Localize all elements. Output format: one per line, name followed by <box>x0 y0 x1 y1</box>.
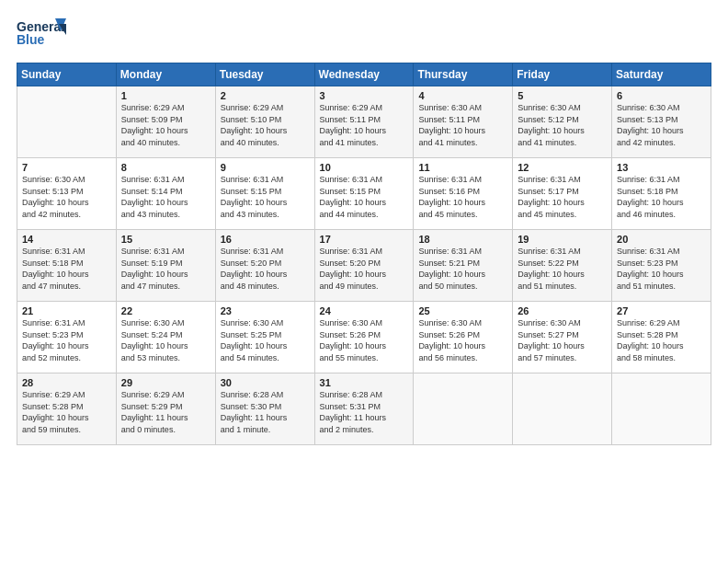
day-number: 13 <box>617 162 706 173</box>
calendar-cell: 14Sunrise: 6:31 AM Sunset: 5:18 PM Dayli… <box>17 230 117 302</box>
day-info: Sunrise: 6:29 AM Sunset: 5:09 PM Dayligh… <box>121 102 210 148</box>
day-number: 9 <box>221 162 310 173</box>
calendar-cell: 23Sunrise: 6:30 AM Sunset: 5:25 PM Dayli… <box>215 302 314 373</box>
calendar-cell: 3Sunrise: 6:29 AM Sunset: 5:11 PM Daylig… <box>314 86 414 158</box>
calendar-cell: 15Sunrise: 6:31 AM Sunset: 5:19 PM Dayli… <box>116 230 215 302</box>
calendar-cell: 26Sunrise: 6:30 AM Sunset: 5:27 PM Dayli… <box>513 302 612 373</box>
day-number: 16 <box>221 234 310 245</box>
day-info: Sunrise: 6:31 AM Sunset: 5:16 PM Dayligh… <box>418 174 507 220</box>
col-header-thursday: Thursday <box>414 63 513 86</box>
day-number: 24 <box>320 305 409 316</box>
day-info: Sunrise: 6:31 AM Sunset: 5:23 PM Dayligh… <box>22 317 111 363</box>
col-header-saturday: Saturday <box>612 63 711 86</box>
day-number: 25 <box>418 305 507 316</box>
logo: GeneralBlue <box>17 17 67 52</box>
day-number: 4 <box>418 90 507 101</box>
calendar-cell: 19Sunrise: 6:31 AM Sunset: 5:22 PM Dayli… <box>513 230 612 302</box>
day-info: Sunrise: 6:29 AM Sunset: 5:28 PM Dayligh… <box>22 389 111 435</box>
day-number: 14 <box>22 234 111 245</box>
day-info: Sunrise: 6:31 AM Sunset: 5:14 PM Dayligh… <box>121 174 210 220</box>
week-row-3: 14Sunrise: 6:31 AM Sunset: 5:18 PM Dayli… <box>17 230 711 302</box>
day-info: Sunrise: 6:31 AM Sunset: 5:17 PM Dayligh… <box>518 174 607 220</box>
page-container: GeneralBlue SundayMondayTuesdayWednesday… <box>0 0 728 456</box>
day-info: Sunrise: 6:30 AM Sunset: 5:26 PM Dayligh… <box>418 317 507 363</box>
day-number: 20 <box>617 234 706 245</box>
day-number: 28 <box>22 377 111 388</box>
day-info: Sunrise: 6:31 AM Sunset: 5:15 PM Dayligh… <box>320 174 409 220</box>
day-info: Sunrise: 6:31 AM Sunset: 5:20 PM Dayligh… <box>221 246 310 292</box>
calendar-cell: 13Sunrise: 6:31 AM Sunset: 5:18 PM Dayli… <box>612 158 711 230</box>
day-number: 17 <box>320 234 409 245</box>
calendar-cell: 6Sunrise: 6:30 AM Sunset: 5:13 PM Daylig… <box>612 86 711 158</box>
week-row-2: 7Sunrise: 6:30 AM Sunset: 5:13 PM Daylig… <box>17 158 711 230</box>
day-info: Sunrise: 6:30 AM Sunset: 5:12 PM Dayligh… <box>518 102 607 148</box>
day-info: Sunrise: 6:31 AM Sunset: 5:23 PM Dayligh… <box>617 246 706 292</box>
calendar-cell: 4Sunrise: 6:30 AM Sunset: 5:11 PM Daylig… <box>414 86 513 158</box>
day-info: Sunrise: 6:30 AM Sunset: 5:13 PM Dayligh… <box>22 174 111 220</box>
col-header-friday: Friday <box>513 63 612 86</box>
day-number: 18 <box>418 234 507 245</box>
day-info: Sunrise: 6:30 AM Sunset: 5:11 PM Dayligh… <box>418 102 507 148</box>
calendar-cell: 5Sunrise: 6:30 AM Sunset: 5:12 PM Daylig… <box>513 86 612 158</box>
header-row: SundayMondayTuesdayWednesdayThursdayFrid… <box>17 63 711 86</box>
calendar-cell: 28Sunrise: 6:29 AM Sunset: 5:28 PM Dayli… <box>17 373 117 445</box>
calendar-cell <box>414 373 513 445</box>
day-info: Sunrise: 6:28 AM Sunset: 5:30 PM Dayligh… <box>221 389 310 435</box>
day-number: 15 <box>121 234 210 245</box>
day-number: 30 <box>221 377 310 388</box>
day-info: Sunrise: 6:30 AM Sunset: 5:24 PM Dayligh… <box>121 317 210 363</box>
day-info: Sunrise: 6:31 AM Sunset: 5:18 PM Dayligh… <box>617 174 706 220</box>
calendar-cell: 30Sunrise: 6:28 AM Sunset: 5:30 PM Dayli… <box>215 373 314 445</box>
day-number: 6 <box>617 90 706 101</box>
day-number: 31 <box>320 377 409 388</box>
calendar-cell: 27Sunrise: 6:29 AM Sunset: 5:28 PM Dayli… <box>612 302 711 373</box>
day-number: 5 <box>518 90 607 101</box>
calendar-cell: 25Sunrise: 6:30 AM Sunset: 5:26 PM Dayli… <box>414 302 513 373</box>
day-info: Sunrise: 6:31 AM Sunset: 5:19 PM Dayligh… <box>121 246 210 292</box>
col-header-sunday: Sunday <box>17 63 117 86</box>
day-number: 12 <box>518 162 607 173</box>
calendar-cell <box>612 373 711 445</box>
day-info: Sunrise: 6:31 AM Sunset: 5:20 PM Dayligh… <box>320 246 409 292</box>
day-number: 27 <box>617 305 706 316</box>
week-row-5: 28Sunrise: 6:29 AM Sunset: 5:28 PM Dayli… <box>17 373 711 445</box>
day-info: Sunrise: 6:30 AM Sunset: 5:25 PM Dayligh… <box>221 317 310 363</box>
day-number: 2 <box>221 90 310 101</box>
day-number: 22 <box>121 305 210 316</box>
day-info: Sunrise: 6:30 AM Sunset: 5:26 PM Dayligh… <box>320 317 409 363</box>
day-number: 1 <box>121 90 210 101</box>
day-info: Sunrise: 6:31 AM Sunset: 5:15 PM Dayligh… <box>221 174 310 220</box>
calendar-cell <box>513 373 612 445</box>
calendar-cell: 21Sunrise: 6:31 AM Sunset: 5:23 PM Dayli… <box>17 302 117 373</box>
calendar-cell: 24Sunrise: 6:30 AM Sunset: 5:26 PM Dayli… <box>314 302 414 373</box>
day-number: 29 <box>121 377 210 388</box>
calendar-cell: 9Sunrise: 6:31 AM Sunset: 5:15 PM Daylig… <box>215 158 314 230</box>
calendar-cell: 16Sunrise: 6:31 AM Sunset: 5:20 PM Dayli… <box>215 230 314 302</box>
day-info: Sunrise: 6:29 AM Sunset: 5:10 PM Dayligh… <box>221 102 310 148</box>
calendar-cell: 17Sunrise: 6:31 AM Sunset: 5:20 PM Dayli… <box>314 230 414 302</box>
day-info: Sunrise: 6:29 AM Sunset: 5:29 PM Dayligh… <box>121 389 210 435</box>
day-info: Sunrise: 6:31 AM Sunset: 5:22 PM Dayligh… <box>518 246 607 292</box>
day-info: Sunrise: 6:29 AM Sunset: 5:28 PM Dayligh… <box>617 317 706 363</box>
day-number: 19 <box>518 234 607 245</box>
svg-text:Blue: Blue <box>17 32 45 47</box>
day-number: 10 <box>320 162 409 173</box>
logo-svg: GeneralBlue <box>17 17 67 52</box>
day-info: Sunrise: 6:28 AM Sunset: 5:31 PM Dayligh… <box>320 389 409 435</box>
calendar-table: SundayMondayTuesdayWednesdayThursdayFrid… <box>17 63 711 445</box>
calendar-cell: 18Sunrise: 6:31 AM Sunset: 5:21 PM Dayli… <box>414 230 513 302</box>
calendar-cell: 12Sunrise: 6:31 AM Sunset: 5:17 PM Dayli… <box>513 158 612 230</box>
calendar-cell: 7Sunrise: 6:30 AM Sunset: 5:13 PM Daylig… <box>17 158 117 230</box>
calendar-cell: 10Sunrise: 6:31 AM Sunset: 5:15 PM Dayli… <box>314 158 414 230</box>
calendar-cell: 11Sunrise: 6:31 AM Sunset: 5:16 PM Dayli… <box>414 158 513 230</box>
day-number: 8 <box>121 162 210 173</box>
week-row-1: 1Sunrise: 6:29 AM Sunset: 5:09 PM Daylig… <box>17 86 711 158</box>
header: GeneralBlue <box>17 17 711 52</box>
col-header-tuesday: Tuesday <box>215 63 314 86</box>
calendar-cell: 8Sunrise: 6:31 AM Sunset: 5:14 PM Daylig… <box>116 158 215 230</box>
week-row-4: 21Sunrise: 6:31 AM Sunset: 5:23 PM Dayli… <box>17 302 711 373</box>
day-number: 23 <box>221 305 310 316</box>
calendar-cell <box>17 86 117 158</box>
day-info: Sunrise: 6:30 AM Sunset: 5:13 PM Dayligh… <box>617 102 706 148</box>
col-header-monday: Monday <box>116 63 215 86</box>
